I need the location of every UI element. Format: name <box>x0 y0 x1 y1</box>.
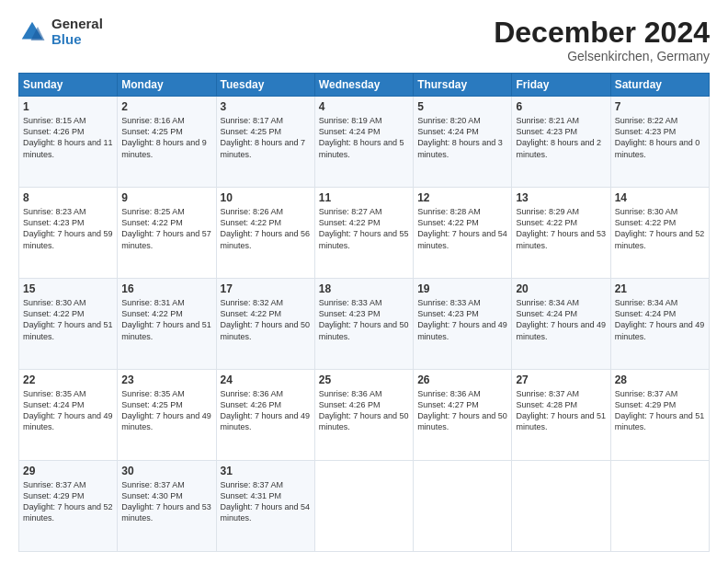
day-number: 20 <box>516 282 606 295</box>
calendar-cell: 28Sunrise: 8:37 AMSunset: 4:29 PMDayligh… <box>610 370 709 461</box>
day-number: 22 <box>23 373 113 386</box>
day-number: 30 <box>121 465 211 477</box>
logo-text: General Blue <box>51 17 103 47</box>
calendar-cell: 19Sunrise: 8:33 AMSunset: 4:23 PMDayligh… <box>414 279 512 370</box>
logo-blue: Blue <box>51 32 103 48</box>
day-number: 17 <box>221 282 311 295</box>
calendar-cell: 11Sunrise: 8:27 AMSunset: 4:22 PMDayligh… <box>314 188 413 279</box>
logo-icon <box>18 18 46 46</box>
day-number: 24 <box>221 373 311 386</box>
calendar-cell: 20Sunrise: 8:34 AMSunset: 4:24 PMDayligh… <box>512 279 610 370</box>
day-info: Sunrise: 8:26 AMSunset: 4:22 PMDaylight:… <box>221 207 311 249</box>
day-number: 14 <box>615 191 705 204</box>
calendar-cell: 1Sunrise: 8:15 AMSunset: 4:26 PMDaylight… <box>19 97 118 188</box>
calendar-cell: 7Sunrise: 8:22 AMSunset: 4:23 PMDaylight… <box>610 97 709 188</box>
day-number: 28 <box>615 373 705 386</box>
calendar-page: General Blue December 2024 Gelsenkirchen… <box>0 0 728 563</box>
month-title: December 2024 <box>494 17 710 49</box>
calendar-header: Sunday Monday Tuesday Wednesday Thursday… <box>19 74 710 97</box>
day-info: Sunrise: 8:32 AMSunset: 4:22 PMDaylight:… <box>221 298 311 340</box>
calendar-cell: 13Sunrise: 8:29 AMSunset: 4:22 PMDayligh… <box>512 188 610 279</box>
day-number: 2 <box>121 100 211 113</box>
day-number: 19 <box>417 282 507 295</box>
day-number: 1 <box>23 100 113 113</box>
day-info: Sunrise: 8:37 AMSunset: 4:31 PMDaylight:… <box>221 480 311 523</box>
calendar-cell: 18Sunrise: 8:33 AMSunset: 4:23 PMDayligh… <box>314 279 413 370</box>
day-info: Sunrise: 8:25 AMSunset: 4:22 PMDaylight:… <box>121 207 211 249</box>
day-info: Sunrise: 8:36 AMSunset: 4:26 PMDaylight:… <box>319 389 409 431</box>
day-info: Sunrise: 8:20 AMSunset: 4:24 PMDaylight:… <box>417 116 503 158</box>
day-info: Sunrise: 8:37 AMSunset: 4:30 PMDaylight:… <box>121 480 211 523</box>
day-info: Sunrise: 8:35 AMSunset: 4:25 PMDaylight:… <box>121 389 211 431</box>
calendar-cell: 24Sunrise: 8:36 AMSunset: 4:26 PMDayligh… <box>216 370 314 461</box>
calendar-cell <box>314 461 413 552</box>
day-number: 8 <box>23 191 113 204</box>
day-info: Sunrise: 8:22 AMSunset: 4:23 PMDaylight:… <box>615 116 700 158</box>
day-info: Sunrise: 8:17 AMSunset: 4:25 PMDaylight:… <box>221 116 306 158</box>
day-number: 11 <box>319 191 409 204</box>
day-number: 12 <box>417 191 507 204</box>
day-number: 16 <box>121 282 211 295</box>
calendar-cell: 15Sunrise: 8:30 AMSunset: 4:22 PMDayligh… <box>19 279 118 370</box>
col-friday: Friday <box>512 74 610 97</box>
day-info: Sunrise: 8:37 AMSunset: 4:28 PMDaylight:… <box>516 389 606 431</box>
calendar-cell: 4Sunrise: 8:19 AMSunset: 4:24 PMDaylight… <box>314 97 413 188</box>
day-info: Sunrise: 8:33 AMSunset: 4:23 PMDaylight:… <box>319 298 409 340</box>
day-info: Sunrise: 8:19 AMSunset: 4:24 PMDaylight:… <box>319 116 404 158</box>
col-saturday: Saturday <box>610 74 709 97</box>
calendar-cell: 3Sunrise: 8:17 AMSunset: 4:25 PMDaylight… <box>216 97 314 188</box>
day-info: Sunrise: 8:15 AMSunset: 4:26 PMDaylight:… <box>23 116 113 158</box>
col-monday: Monday <box>118 74 216 97</box>
day-number: 25 <box>319 373 409 386</box>
calendar-cell: 2Sunrise: 8:16 AMSunset: 4:25 PMDaylight… <box>118 97 216 188</box>
day-info: Sunrise: 8:16 AMSunset: 4:25 PMDaylight:… <box>121 116 207 158</box>
day-number: 5 <box>417 100 507 113</box>
calendar-cell <box>512 461 610 552</box>
day-info: Sunrise: 8:30 AMSunset: 4:22 PMDaylight:… <box>615 207 705 249</box>
calendar-cell: 8Sunrise: 8:23 AMSunset: 4:23 PMDaylight… <box>19 188 118 279</box>
day-number: 9 <box>121 191 211 204</box>
header-row: Sunday Monday Tuesday Wednesday Thursday… <box>19 74 710 97</box>
calendar-cell: 12Sunrise: 8:28 AMSunset: 4:22 PMDayligh… <box>414 188 512 279</box>
calendar-cell <box>414 461 512 552</box>
calendar-week-1: 1Sunrise: 8:15 AMSunset: 4:26 PMDaylight… <box>19 97 710 188</box>
calendar-body: 1Sunrise: 8:15 AMSunset: 4:26 PMDaylight… <box>19 97 710 552</box>
day-number: 7 <box>615 100 705 113</box>
page-header: General Blue December 2024 Gelsenkirchen… <box>18 17 710 63</box>
calendar-cell: 31Sunrise: 8:37 AMSunset: 4:31 PMDayligh… <box>216 461 314 552</box>
day-info: Sunrise: 8:29 AMSunset: 4:22 PMDaylight:… <box>516 207 606 249</box>
day-info: Sunrise: 8:27 AMSunset: 4:22 PMDaylight:… <box>319 207 409 249</box>
col-thursday: Thursday <box>414 74 512 97</box>
day-info: Sunrise: 8:36 AMSunset: 4:27 PMDaylight:… <box>417 389 507 431</box>
day-number: 6 <box>516 100 606 113</box>
title-area: December 2024 Gelsenkirchen, Germany <box>494 17 710 63</box>
day-info: Sunrise: 8:21 AMSunset: 4:23 PMDaylight:… <box>516 116 601 158</box>
calendar-cell: 23Sunrise: 8:35 AMSunset: 4:25 PMDayligh… <box>118 370 216 461</box>
calendar-table: Sunday Monday Tuesday Wednesday Thursday… <box>18 73 710 552</box>
day-info: Sunrise: 8:23 AMSunset: 4:23 PMDaylight:… <box>23 207 113 249</box>
day-info: Sunrise: 8:37 AMSunset: 4:29 PMDaylight:… <box>615 389 705 431</box>
col-sunday: Sunday <box>19 74 118 97</box>
calendar-cell: 14Sunrise: 8:30 AMSunset: 4:22 PMDayligh… <box>610 188 709 279</box>
day-number: 29 <box>23 465 113 477</box>
day-info: Sunrise: 8:34 AMSunset: 4:24 PMDaylight:… <box>615 298 705 340</box>
calendar-week-3: 15Sunrise: 8:30 AMSunset: 4:22 PMDayligh… <box>19 279 710 370</box>
day-info: Sunrise: 8:36 AMSunset: 4:26 PMDaylight:… <box>221 389 311 431</box>
calendar-cell: 16Sunrise: 8:31 AMSunset: 4:22 PMDayligh… <box>118 279 216 370</box>
day-number: 18 <box>319 282 409 295</box>
calendar-week-2: 8Sunrise: 8:23 AMSunset: 4:23 PMDaylight… <box>19 188 710 279</box>
calendar-cell: 9Sunrise: 8:25 AMSunset: 4:22 PMDaylight… <box>118 188 216 279</box>
day-number: 21 <box>615 282 705 295</box>
calendar-cell: 22Sunrise: 8:35 AMSunset: 4:24 PMDayligh… <box>19 370 118 461</box>
calendar-cell: 21Sunrise: 8:34 AMSunset: 4:24 PMDayligh… <box>610 279 709 370</box>
calendar-cell: 30Sunrise: 8:37 AMSunset: 4:30 PMDayligh… <box>118 461 216 552</box>
day-info: Sunrise: 8:31 AMSunset: 4:22 PMDaylight:… <box>121 298 211 340</box>
calendar-cell: 25Sunrise: 8:36 AMSunset: 4:26 PMDayligh… <box>314 370 413 461</box>
calendar-cell: 27Sunrise: 8:37 AMSunset: 4:28 PMDayligh… <box>512 370 610 461</box>
calendar-week-5: 29Sunrise: 8:37 AMSunset: 4:29 PMDayligh… <box>19 461 710 552</box>
day-info: Sunrise: 8:33 AMSunset: 4:23 PMDaylight:… <box>417 298 507 340</box>
calendar-cell: 6Sunrise: 8:21 AMSunset: 4:23 PMDaylight… <box>512 97 610 188</box>
day-number: 10 <box>221 191 311 204</box>
calendar-cell: 26Sunrise: 8:36 AMSunset: 4:27 PMDayligh… <box>414 370 512 461</box>
calendar-cell: 17Sunrise: 8:32 AMSunset: 4:22 PMDayligh… <box>216 279 314 370</box>
